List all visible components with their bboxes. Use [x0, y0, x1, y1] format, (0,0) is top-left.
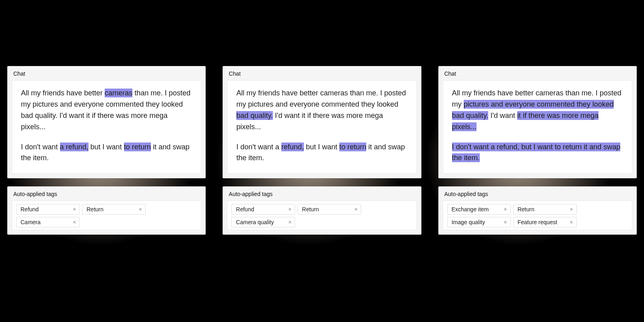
- highlighted-text: a: [491, 142, 497, 151]
- tag-chip[interactable]: Refund×: [16, 204, 80, 215]
- chat-text: I'd want: [488, 111, 517, 120]
- chat-paragraph: I don't want a refund, but I want to ret…: [21, 142, 192, 164]
- tag-chip[interactable]: Camera quality×: [231, 217, 295, 227]
- chat-paragraph: I don't want a refund, but I want to ret…: [236, 142, 407, 164]
- close-icon[interactable]: ×: [354, 206, 357, 212]
- chat-text: I don't want: [21, 143, 60, 151]
- example-columns: ChatAll my friends have better cameras t…: [7, 66, 637, 235]
- tags-card: Auto-applied tagsExchange item×Return×Im…: [438, 186, 637, 235]
- highlighted-text: a: [60, 142, 66, 151]
- tag-label: Refund: [236, 206, 254, 213]
- tags-card-header: Auto-applied tags: [439, 187, 636, 200]
- close-icon[interactable]: ×: [504, 206, 507, 212]
- chat-body: All my friends have better cameras than …: [12, 80, 201, 174]
- tag-label: Camera: [21, 219, 41, 225]
- chat-paragraph: All my friends have better cameras than …: [236, 88, 407, 133]
- highlighted-text: refund,: [281, 142, 304, 151]
- close-icon[interactable]: ×: [73, 219, 76, 225]
- tags-card: Auto-applied tagsRefund×Return×Camera qu…: [223, 186, 421, 235]
- chat-text: All my friends have better: [21, 89, 105, 97]
- highlighted-text: to return: [555, 142, 582, 151]
- tag-chip[interactable]: Feature request×: [513, 217, 577, 227]
- chat-text: but I want: [89, 143, 124, 151]
- tag-chip[interactable]: Camera×: [16, 217, 80, 227]
- tag-label: Return: [302, 206, 319, 213]
- chat-text: cameras: [320, 89, 348, 97]
- tags-card-header: Auto-applied tags: [8, 187, 205, 200]
- chat-text: All my friends have better: [236, 89, 320, 97]
- example-column: ChatAll my friends have better cameras t…: [438, 66, 637, 235]
- close-icon[interactable]: ×: [73, 206, 76, 212]
- chat-card: ChatAll my friends have better cameras t…: [7, 66, 206, 178]
- highlighted-text: I don't want: [452, 142, 491, 151]
- tag-chip[interactable]: Return×: [513, 204, 577, 215]
- chat-text: pictures and everyone commented they loo…: [33, 100, 183, 108]
- chat-paragraph: I don't want a refund, but I want to ret…: [452, 142, 623, 164]
- close-icon[interactable]: ×: [570, 219, 573, 225]
- chat-text: I'd want: [273, 111, 301, 120]
- tag-label: Exchange item: [452, 206, 489, 213]
- example-column: ChatAll my friends have better cameras t…: [223, 66, 421, 235]
- chat-text: I'd want: [58, 111, 86, 120]
- highlighted-text: bad quality.: [236, 111, 273, 120]
- tag-chip[interactable]: Exchange item×: [447, 204, 511, 215]
- chat-text: a: [275, 143, 281, 151]
- tags-card: Auto-applied tagsRefund×Return×Camera×: [7, 186, 206, 235]
- chat-text: bad quality.: [21, 111, 58, 120]
- close-icon[interactable]: ×: [570, 206, 573, 212]
- chat-body: All my friends have better cameras than …: [443, 80, 632, 174]
- highlighted-text: pictures and everyone commented they loo…: [464, 100, 614, 109]
- chat-text: cameras: [536, 89, 564, 97]
- chat-body: All my friends have better cameras than …: [227, 80, 417, 174]
- stage: ChatAll my friends have better cameras t…: [0, 0, 644, 322]
- tag-chip[interactable]: Image quality×: [447, 217, 511, 227]
- tags-body: Refund×Return×Camera quality×: [227, 200, 417, 230]
- highlighted-text: refund,: [66, 142, 89, 151]
- chat-card-header: Chat: [439, 66, 636, 80]
- highlighted-text: refund,: [497, 142, 519, 151]
- highlighted-text: to return: [339, 142, 366, 151]
- chat-text: All my friends have better: [452, 89, 536, 97]
- close-icon[interactable]: ×: [139, 206, 142, 212]
- tag-label: Image quality: [452, 219, 485, 225]
- tags-body: Exchange item×Return×Image quality×Featu…: [443, 200, 632, 230]
- tag-chip[interactable]: Return×: [82, 204, 146, 215]
- highlighted-text: cameras: [105, 89, 132, 97]
- chat-paragraph: All my friends have better cameras than …: [21, 88, 192, 133]
- chat-text: I don't want: [236, 143, 275, 151]
- tag-chip[interactable]: Return×: [297, 204, 361, 215]
- tags-body: Refund×Return×Camera×: [12, 200, 201, 230]
- chat-card-header: Chat: [223, 66, 421, 80]
- tag-label: Return: [87, 206, 103, 213]
- chat-card: ChatAll my friends have better cameras t…: [438, 66, 637, 178]
- chat-text: pictures and everyone commented they loo…: [248, 100, 398, 108]
- highlighted-text: bad quality.: [452, 111, 489, 120]
- close-icon[interactable]: ×: [504, 219, 507, 225]
- close-icon[interactable]: ×: [288, 219, 291, 225]
- highlighted-text: to return: [124, 142, 151, 151]
- chat-card-header: Chat: [8, 66, 205, 80]
- tag-label: Camera quality: [236, 219, 274, 225]
- chat-card: ChatAll my friends have better cameras t…: [223, 66, 421, 178]
- tags-card-header: Auto-applied tags: [223, 187, 421, 200]
- tag-label: Return: [518, 206, 535, 213]
- chat-paragraph: All my friends have better cameras than …: [452, 88, 623, 133]
- example-column: ChatAll my friends have better cameras t…: [7, 66, 206, 235]
- close-icon[interactable]: ×: [288, 206, 291, 212]
- chat-text: but I want: [304, 143, 339, 151]
- tag-label: Feature request: [518, 219, 557, 225]
- tag-label: Refund: [21, 206, 39, 213]
- highlighted-text: but I want: [519, 142, 555, 151]
- tag-chip[interactable]: Refund×: [231, 204, 295, 215]
